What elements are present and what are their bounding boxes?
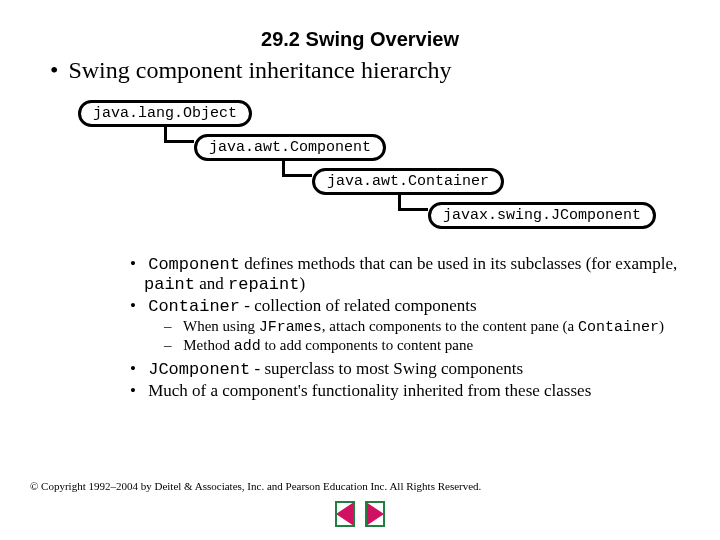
main-bullet: Swing component inheritance hierarchy: [50, 57, 720, 84]
main-bullet-text: Swing component inheritance hierarchy: [68, 57, 451, 83]
bullet-container: Container - collection of related compon…: [130, 296, 720, 316]
code-text: JComponent: [148, 360, 250, 379]
text: Method: [183, 337, 233, 353]
code-text: Component: [148, 255, 240, 274]
sub-bullet-add: Method add to add components to content …: [164, 337, 720, 355]
connector: [398, 208, 428, 211]
sub-bullet-list: When using JFrames, attach components to…: [164, 318, 720, 355]
next-slide-button[interactable]: [366, 502, 384, 526]
text: - superclass to most Swing components: [250, 359, 523, 378]
bullet-jcomponent: JComponent - superclass to most Swing co…: [130, 359, 720, 379]
class-hierarchy-diagram: java.lang.Object java.awt.Component java…: [0, 100, 720, 250]
bullet-list-b: JComponent - superclass to most Swing co…: [130, 359, 720, 401]
bullet-inherited: Much of a component's functionality inhe…: [130, 381, 720, 401]
slide-nav: [0, 502, 720, 526]
class-box-jcomponent: javax.swing.JComponent: [428, 202, 656, 229]
connector: [164, 140, 194, 143]
text: ): [299, 274, 305, 293]
text: When using: [183, 318, 259, 334]
sub-bullet-jframes: When using JFrames, attach components to…: [164, 318, 720, 336]
code-text: Container: [578, 319, 659, 336]
class-box-container: java.awt.Container: [312, 168, 504, 195]
code-text: Container: [148, 297, 240, 316]
slide-title: 29.2 Swing Overview: [0, 28, 720, 51]
class-box-component: java.awt.Component: [194, 134, 386, 161]
code-text: JFrames: [259, 319, 322, 336]
code-text: paint: [144, 275, 195, 294]
text: defines methods that can be used in its …: [240, 254, 677, 273]
copyright-footer: © Copyright 1992–2004 by Deitel & Associ…: [30, 480, 481, 492]
code-text: add: [234, 338, 261, 355]
class-box-object: java.lang.Object: [78, 100, 252, 127]
connector: [282, 174, 312, 177]
text: , attach components to the content pane …: [322, 318, 578, 334]
text: to add components to content pane: [261, 337, 473, 353]
bullet-list-a: Component defines methods that can be us…: [130, 254, 720, 316]
text: - collection of related components: [240, 296, 477, 315]
text: ): [659, 318, 664, 334]
bullet-dot: [50, 57, 68, 83]
code-text: repaint: [228, 275, 299, 294]
prev-slide-button[interactable]: [336, 502, 354, 526]
text: and: [195, 274, 228, 293]
bullet-component: Component defines methods that can be us…: [130, 254, 720, 294]
text: Much of a component's functionality inhe…: [148, 381, 591, 400]
